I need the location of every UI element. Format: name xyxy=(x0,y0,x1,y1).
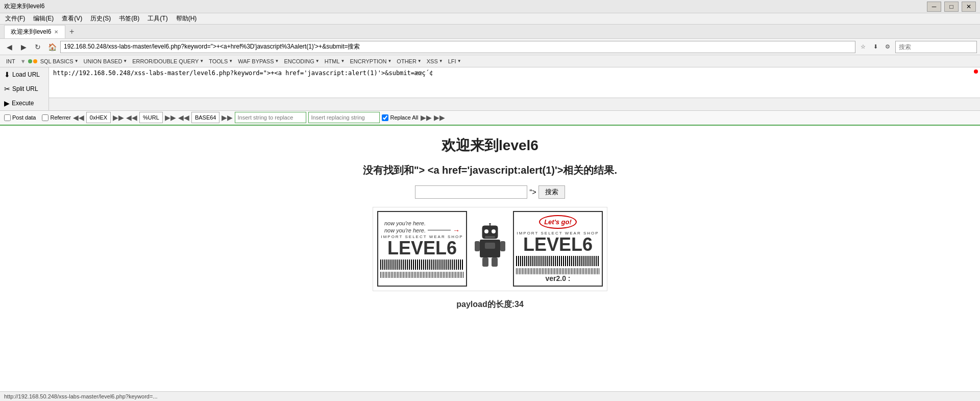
svg-point-1 xyxy=(484,229,488,233)
replace-arrow-btn2[interactable]: ▶▶ xyxy=(434,113,445,122)
xss-waf-bypass[interactable]: WAF BYPASS xyxy=(236,57,281,65)
tab-title: 欢迎来到level6 xyxy=(11,28,51,36)
svg-point-2 xyxy=(492,229,496,233)
now-here-text: now you're here. xyxy=(380,220,426,226)
xss-xss[interactable]: XSS xyxy=(425,57,445,65)
menu-view[interactable]: 查看(V) xyxy=(59,13,85,24)
forward-button[interactable]: ▶ xyxy=(17,41,30,53)
search-arrow-text: "> xyxy=(529,188,536,196)
refresh-button[interactable]: ↻ xyxy=(32,41,44,53)
split-url-item[interactable]: ✂ Split URL xyxy=(0,82,48,96)
bookmark-icon[interactable]: ☆ xyxy=(857,41,869,53)
title-bar-right: ─ □ ✕ xyxy=(927,2,976,12)
xss-tools[interactable]: TOOLS xyxy=(207,57,235,65)
settings-icon[interactable]: ⚙ xyxy=(882,41,893,53)
page-search-input[interactable] xyxy=(415,185,527,199)
robot-center xyxy=(472,223,508,274)
menu-bookmarks[interactable]: 书签(B) xyxy=(116,13,142,24)
xss-lfi[interactable]: LFI xyxy=(446,57,463,65)
replace-toolbar: Post data Referrer ◀◀ 0xHEX ▶▶ ◀◀ %URL ▶… xyxy=(0,111,980,125)
search-form: "> 搜索 xyxy=(415,185,565,199)
title-bar-title: 欢迎来到level6 xyxy=(4,2,44,11)
url-right-arrow[interactable]: ▶▶ xyxy=(165,113,176,122)
browser-search-input[interactable] xyxy=(895,41,977,53)
xss-error-double-query[interactable]: ERROR/DOUBLE QUERY xyxy=(130,57,206,65)
hex-right-arrow[interactable]: ▶▶ xyxy=(113,113,124,122)
svg-rect-3 xyxy=(485,236,495,238)
url-section: ⬇ Load URL ✂ Split URL ▶ Execute http://… xyxy=(0,67,980,111)
menu-edit[interactable]: 编辑(E) xyxy=(30,13,57,24)
hex-left-arrow[interactable]: ◀◀ xyxy=(73,113,84,122)
replace-all-checkbox[interactable] xyxy=(382,114,388,121)
search-submit-button[interactable]: 搜索 xyxy=(538,185,565,199)
level6-text-right: LEVEL6 xyxy=(523,235,593,254)
load-url-item[interactable]: ⬇ Load URL xyxy=(0,67,48,82)
left-panel: ⬇ Load URL ✂ Split URL ▶ Execute xyxy=(0,67,49,110)
referrer-label[interactable]: Referrer xyxy=(42,114,70,121)
title-bar-left: 欢迎来到level6 xyxy=(4,2,44,11)
menu-history[interactable]: 历史(S) xyxy=(87,13,114,24)
replace-arrow-btn[interactable]: ▶▶ xyxy=(421,113,432,122)
xss-other[interactable]: OTHER xyxy=(395,57,423,65)
lets-go-bubble: Let's go! xyxy=(539,215,577,229)
minimize-button[interactable]: ─ xyxy=(927,2,941,12)
address-bar: ◀ ▶ ↻ 🏠 ☆ ⬇ ⚙ xyxy=(0,39,980,55)
base64-btn[interactable]: BASE64 xyxy=(191,112,220,123)
xss-encryption[interactable]: ENCRYPTION xyxy=(348,57,394,65)
execute-item[interactable]: ▶ Execute xyxy=(0,96,48,110)
tab-close-button[interactable]: ✕ xyxy=(54,29,58,35)
url-area: http://192.168.50.248/xss-labs-master/le… xyxy=(49,67,980,110)
address-input[interactable] xyxy=(60,41,855,53)
browser-tab[interactable]: 欢迎来到level6 ✕ xyxy=(4,25,65,38)
close-button[interactable]: ✕ xyxy=(962,2,976,12)
hex-btn[interactable]: 0xHEX xyxy=(86,112,111,123)
robot-svg xyxy=(472,223,508,274)
menu-file[interactable]: 文件(F) xyxy=(2,13,28,24)
xss-int[interactable]: INT xyxy=(3,57,18,65)
menu-help[interactable]: 帮助(H) xyxy=(173,13,200,24)
home-button[interactable]: 🏠 xyxy=(46,41,58,53)
xss-sql-basics[interactable]: SQL BASICS xyxy=(38,57,81,65)
post-data-checkbox[interactable] xyxy=(4,114,11,121)
level6-image-block: now you're here. now you're here. → IMPO… xyxy=(373,207,607,291)
back-button[interactable]: ◀ xyxy=(3,41,15,53)
xss-encoding[interactable]: ENCODING xyxy=(282,57,321,65)
post-data-label[interactable]: Post data xyxy=(4,114,36,121)
level6-left-panel: now you're here. now you're here. → IMPO… xyxy=(377,211,467,287)
menu-tools[interactable]: 工具(T) xyxy=(144,13,170,24)
url-textarea[interactable]: http://192.168.50.248/xss-labs-master/le… xyxy=(49,67,980,98)
url-left-arrow[interactable]: ◀◀ xyxy=(126,113,137,122)
execute-icon: ▶ xyxy=(4,99,10,107)
ver-text: ver2.0 : xyxy=(545,274,570,282)
barcode-small-left xyxy=(380,272,464,278)
execute-label: Execute xyxy=(12,100,34,107)
insert-string-input[interactable] xyxy=(235,112,306,123)
status-bar: http://192.168.50.248/xss-labs-master/le… xyxy=(0,391,980,401)
toolbar-icons: ☆ ⬇ ⚙ xyxy=(857,41,893,53)
maximize-button[interactable]: □ xyxy=(944,2,959,12)
xss-union-based[interactable]: UNION BASED xyxy=(82,57,130,65)
url-btn[interactable]: %URL xyxy=(139,112,163,123)
payload-info: payload的长度:34 xyxy=(456,299,524,310)
split-url-label: Split URL xyxy=(12,85,38,92)
svg-rect-9 xyxy=(482,257,488,267)
replace-all-label[interactable]: Replace All xyxy=(382,114,418,121)
status-url: http://192.168.50.248/xss-labs-master/le… xyxy=(4,393,158,399)
base64-left-arrow[interactable]: ◀◀ xyxy=(178,113,189,122)
load-url-icon: ⬇ xyxy=(4,70,10,79)
menu-bar: 文件(F) 编辑(E) 查看(V) 历史(S) 书签(B) 工具(T) 帮助(H… xyxy=(0,13,980,25)
content-area: 欢迎来到level6 没有找到和"> <a href='javascript:a… xyxy=(0,126,980,392)
load-url-label: Load URL xyxy=(12,71,40,78)
tab-bar: 欢迎来到level6 ✕ + xyxy=(0,25,980,39)
svg-rect-8 xyxy=(500,241,505,251)
barcode-left xyxy=(380,260,464,270)
xss-html[interactable]: HTML xyxy=(323,57,347,65)
base64-right-arrow[interactable]: ▶▶ xyxy=(222,113,233,122)
new-tab-button[interactable]: + xyxy=(65,25,78,38)
download-icon[interactable]: ⬇ xyxy=(870,41,881,53)
insert-replacing-input[interactable] xyxy=(308,112,380,123)
svg-rect-7 xyxy=(475,241,480,251)
xss-toolbar: INT ▼ SQL BASICS UNION BASED ERROR/DOUBL… xyxy=(0,55,980,67)
referrer-checkbox[interactable] xyxy=(42,114,48,121)
barcode-small-right xyxy=(516,268,600,274)
